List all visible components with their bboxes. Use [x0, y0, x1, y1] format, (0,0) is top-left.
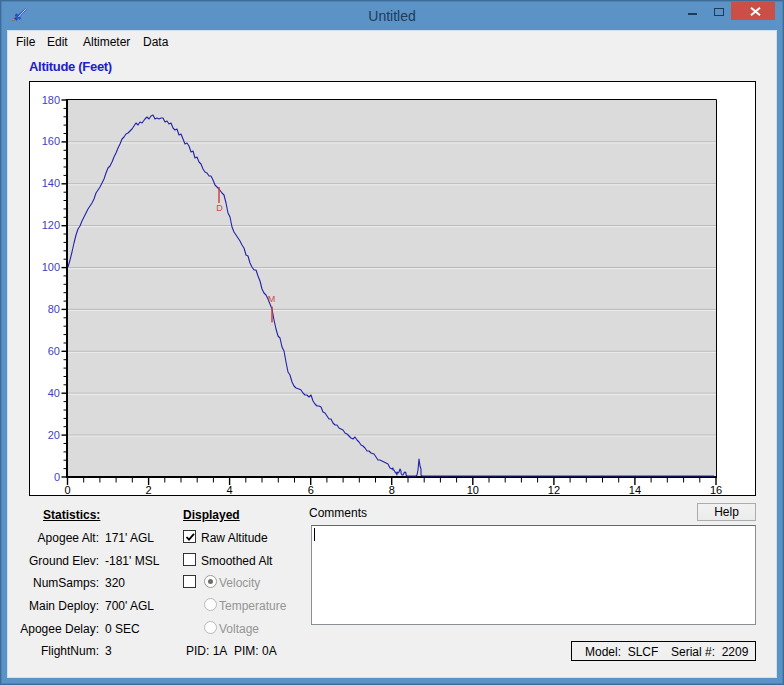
svg-text:D: D [216, 203, 223, 213]
svg-text:120: 120 [42, 219, 60, 231]
svg-text:16: 16 [710, 484, 722, 495]
svg-text:10: 10 [467, 484, 479, 495]
svg-text:2: 2 [146, 484, 152, 495]
svg-text:160: 160 [42, 135, 60, 147]
svg-text:12: 12 [548, 484, 560, 495]
svg-text:14: 14 [629, 484, 641, 495]
svg-text:80: 80 [48, 303, 60, 315]
svg-text:4: 4 [227, 484, 233, 495]
svg-text:140: 140 [42, 177, 60, 189]
svg-text:40: 40 [48, 387, 60, 399]
svg-text:M: M [268, 294, 276, 304]
svg-text:8: 8 [389, 484, 395, 495]
svg-text:20: 20 [48, 429, 60, 441]
svg-text:6: 6 [308, 484, 314, 495]
svg-text:0: 0 [64, 484, 70, 495]
svg-text:100: 100 [42, 261, 60, 273]
svg-text:180: 180 [42, 94, 60, 106]
svg-text:0: 0 [54, 471, 60, 483]
svg-text:60: 60 [48, 345, 60, 357]
